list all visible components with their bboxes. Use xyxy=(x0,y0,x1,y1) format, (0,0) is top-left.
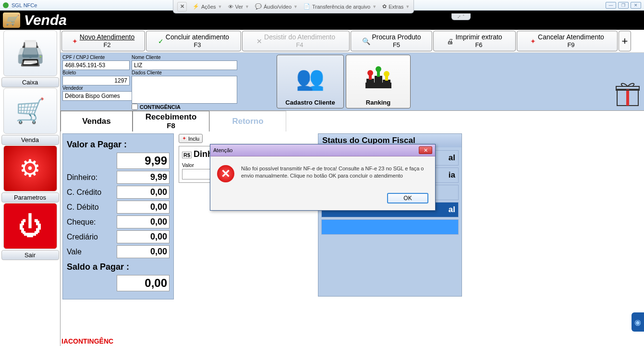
dialog-title-bar[interactable]: Atenção ✕ xyxy=(210,144,435,156)
svg-rect-12 xyxy=(385,76,388,81)
procura-produto-button[interactable]: 🔍 Procura ProdutoF5 xyxy=(351,31,432,51)
people-icon: 👥 xyxy=(296,57,325,99)
dialog-title: Atenção xyxy=(213,147,232,153)
cpf-input[interactable] xyxy=(62,60,130,70)
nome-input[interactable] xyxy=(132,60,237,70)
gift-icon xyxy=(613,80,642,108)
tab-vendas[interactable]: Vendas xyxy=(61,111,133,131)
nome-label: Nome Cliente xyxy=(132,55,237,60)
ccredito-input[interactable] xyxy=(117,186,170,199)
check-icon: ✓ xyxy=(158,37,164,45)
saldo-label: Saldo a Pagar : xyxy=(67,262,170,272)
shopping-cart-icon: 🛒 xyxy=(3,88,57,134)
minimize-button[interactable]: — xyxy=(606,2,616,9)
tab-retorno[interactable]: Retorno xyxy=(209,111,286,131)
concluir-atendimento-button[interactable]: ✓ Concluir atendimentoF3 xyxy=(146,31,241,51)
cdebito-input[interactable] xyxy=(117,201,170,214)
remote-actions-menu[interactable]: ⚡ Ações ▼ xyxy=(193,3,222,10)
search-icon: 🔍 xyxy=(362,37,370,45)
cash-register-icon: 🖨️ xyxy=(3,30,57,76)
contingencia-checkbox[interactable]: CONTINGÊNCIA xyxy=(132,104,181,110)
dinheiro-input[interactable] xyxy=(117,171,170,184)
client-info-panel: CPF / CNPJ Cliente Boleto Vendedor ▼ Nom… xyxy=(61,53,644,110)
incluir-button[interactable]: ✦Inclu xyxy=(179,134,203,143)
vendedor-label: Vendedor xyxy=(62,85,130,91)
plus-icon: ✦ xyxy=(72,37,78,45)
sidebar-item-parametros[interactable]: ⚙ Parametros xyxy=(1,145,59,203)
remote-close-button[interactable]: ✕ xyxy=(177,2,187,12)
valor-pagar-label: Valor a Pagar : xyxy=(67,140,170,150)
cadastro-cliente-button[interactable]: 👥 Cadastro Cliente xyxy=(277,55,344,108)
podium-icon xyxy=(362,57,395,99)
remote-toolbar: ✕ ⚡ Ações ▼ 👁 Ver ▼ 💬 Áudio/vídeo ▼ 📄 Tr… xyxy=(173,0,414,13)
total-value[interactable] xyxy=(117,153,170,169)
dialog-message: Não foi possível transmitir NF-e de troc… xyxy=(241,165,428,182)
svg-rect-1 xyxy=(626,89,629,106)
vendedor-combo[interactable]: ▼ xyxy=(62,91,130,101)
footer-status: IACONTINGÊNC xyxy=(61,337,113,345)
remote-transfer-menu[interactable]: 📄 Transferência de arquivo ▼ xyxy=(304,3,377,10)
tabs: Vendas RecebimentoF8 Retorno xyxy=(61,110,644,131)
sidebar: 🖨️ Caixa 🛒 Venda ⚙ Parametros ⏻ Sair xyxy=(0,30,61,346)
imprimir-extrato-button[interactable]: 🖨 Imprimir extratoF6 xyxy=(433,31,516,51)
power-icon: ⏻ xyxy=(3,203,57,249)
close-button[interactable]: ✕ xyxy=(631,2,641,9)
remote-audio-menu[interactable]: 💬 Áudio/vídeo ▼ xyxy=(255,3,298,10)
saldo-value[interactable] xyxy=(117,275,170,291)
desistir-atendimento-button: ✕ Desistir do AtendimentoF4 xyxy=(242,31,350,51)
boleto-label: Boleto xyxy=(62,70,130,75)
ranking-button[interactable]: Ranking xyxy=(346,55,411,108)
svg-rect-3 xyxy=(365,83,391,88)
window-title: SGL NFCe xyxy=(12,2,37,8)
cancelar-atendimento-button[interactable]: ✦ Cancelar AtendimentoF9 xyxy=(517,31,618,51)
cpf-label: CPF / CNPJ Cliente xyxy=(62,55,130,60)
sidebar-item-venda[interactable]: 🛒 Venda xyxy=(1,88,59,145)
error-icon: ✕ xyxy=(217,165,234,182)
window-controls: — ❐ ✕ xyxy=(606,2,641,9)
vale-input[interactable] xyxy=(117,245,170,258)
remote-view-menu[interactable]: 👁 Ver ▼ xyxy=(228,4,249,10)
sidebar-item-sair[interactable]: ⏻ Sair xyxy=(1,203,59,260)
plus-small-icon: ✦ xyxy=(182,135,186,142)
remote-collapse-handle[interactable]: ⤢ ˄ xyxy=(451,13,471,20)
boleto-input[interactable] xyxy=(62,76,130,85)
cheque-input[interactable] xyxy=(117,215,170,228)
page-header: 🛒 Venda xyxy=(0,11,644,30)
add-action-button[interactable]: + xyxy=(619,31,631,51)
svg-rect-10 xyxy=(377,71,380,77)
payment-panel: Valor a Pagar : Dinheiro: C. Crédito C. … xyxy=(62,133,174,299)
action-toolbar: ✦ Novo AtendimentoF2 ✓ Concluir atendime… xyxy=(61,30,644,53)
page-title: Venda xyxy=(24,12,67,28)
status-row-5[interactable] xyxy=(321,219,459,235)
dados-textarea[interactable] xyxy=(132,76,237,104)
remote-extras-menu[interactable]: ✿ Extras ▼ xyxy=(382,3,410,10)
cart-icon: 🛒 xyxy=(3,12,20,28)
svg-rect-8 xyxy=(369,75,372,80)
dados-label: Dados Cliente xyxy=(132,70,237,75)
alert-dialog: Atenção ✕ ✕ Não foi possível transmitir … xyxy=(210,144,436,211)
dialog-close-button[interactable]: ✕ xyxy=(419,146,432,154)
app-icon xyxy=(3,2,9,8)
crediario-input[interactable] xyxy=(117,230,170,243)
tab-recebimento[interactable]: RecebimentoF8 xyxy=(133,111,209,131)
novo-atendimento-button[interactable]: ✦ Novo AtendimentoF2 xyxy=(61,31,145,51)
maximize-button[interactable]: ❐ xyxy=(618,2,629,9)
sidebar-item-caixa[interactable]: 🖨️ Caixa xyxy=(1,30,59,87)
ok-button[interactable]: OK xyxy=(387,193,428,203)
gear-icon: ⚙ xyxy=(3,145,57,191)
printer-icon: 🖨 xyxy=(447,37,453,45)
cancel-red-icon: ✦ xyxy=(530,37,536,45)
svg-rect-5 xyxy=(375,76,382,83)
cancel-icon: ✕ xyxy=(256,37,262,45)
teamviewer-dock-icon[interactable]: ◉ xyxy=(632,312,644,332)
